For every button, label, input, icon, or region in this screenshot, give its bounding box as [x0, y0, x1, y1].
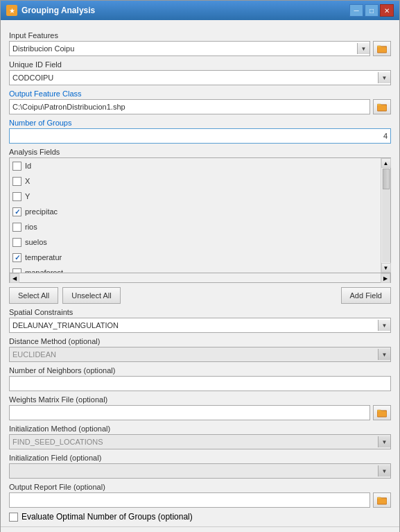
init-field-label: Initialization Field (optional): [9, 454, 391, 462]
input-features-arrow[interactable]: ▼: [357, 43, 369, 54]
weights-matrix-row: [9, 405, 391, 420]
titlebar-buttons: ─ □ ✕: [349, 4, 394, 17]
output-feature-label: Output Feature Class: [9, 89, 391, 98]
unique-id-label: Unique ID Field: [9, 60, 391, 69]
list-item: Y: [10, 189, 381, 204]
unique-id-value: CODCOIPU: [12, 74, 378, 82]
list-item: temperatur: [10, 250, 381, 265]
h-scroll-area[interactable]: ◀ ▶: [9, 273, 391, 283]
field-checkbox[interactable]: [12, 207, 21, 216]
spatial-constraints-combo[interactable]: DELAUNAY_TRIANGULATION ▼: [9, 318, 391, 333]
select-all-button[interactable]: Select All: [9, 287, 58, 304]
weights-matrix-label: Weights Matrix File (optional): [9, 395, 391, 404]
close-button[interactable]: ✕: [380, 4, 394, 17]
folder-icon-3: [377, 408, 387, 418]
h-scroll-track: [19, 273, 381, 282]
scroll-track: [382, 169, 390, 262]
init-field-arrow[interactable]: ▼: [378, 465, 390, 477]
distance-method-arrow[interactable]: ▼: [378, 349, 390, 360]
field-checkbox[interactable]: [12, 238, 21, 247]
field-name-label: suelos: [25, 238, 47, 246]
output-report-input[interactable]: [9, 492, 370, 508]
output-report-browse[interactable]: [373, 492, 391, 508]
unique-id-combo[interactable]: CODCOIPU ▼: [9, 70, 391, 85]
field-name-label: temperatur: [25, 253, 62, 261]
evaluate-label: Evaluate Optimal Number of Groups (optio…: [21, 512, 193, 522]
init-method-combo[interactable]: FIND_SEED_LOCATIONS ▼: [9, 434, 391, 449]
init-method-value: FIND_SEED_LOCATIONS: [12, 438, 378, 446]
field-checkbox[interactable]: [12, 223, 21, 232]
main-window: ★ Grouping Analysis ─ □ ✕ Input Features…: [0, 0, 400, 532]
output-feature-input[interactable]: C:\Coipu\PatronDistribucion1.shp: [9, 99, 370, 114]
field-name-label: rios: [25, 223, 37, 231]
output-feature-browse[interactable]: [373, 99, 391, 114]
svg-rect-0: [377, 46, 387, 53]
scroll-down-btn[interactable]: ▼: [381, 263, 391, 273]
svg-rect-2: [377, 411, 387, 417]
init-method-label: Initialization Method (optional): [9, 424, 391, 433]
distance-method-label: Distance Method (optional): [9, 337, 391, 345]
field-checkbox[interactable]: [12, 268, 21, 273]
output-feature-row: C:\Coipu\PatronDistribucion1.shp: [9, 99, 391, 114]
scroll-thumb[interactable]: [383, 169, 390, 189]
field-name-label: X: [25, 177, 30, 185]
output-report-label: Output Report File (optional): [9, 483, 391, 491]
titlebar: ★ Grouping Analysis ─ □ ✕: [1, 1, 399, 20]
folder-icon-4: [377, 495, 387, 505]
unique-id-arrow[interactable]: ▼: [378, 72, 390, 83]
fields-container: IdXYprecipitacriossuelostemperaturmapafo…: [9, 157, 391, 273]
analysis-fields-label: Analysis Fields: [9, 148, 391, 156]
maximize-button[interactable]: □: [365, 4, 379, 17]
init-method-arrow[interactable]: ▼: [378, 436, 390, 447]
h-scroll-left[interactable]: ◀: [10, 273, 19, 283]
spatial-constraints-arrow[interactable]: ▼: [378, 320, 390, 331]
distance-method-value: EUCLIDEAN: [12, 350, 378, 359]
list-item: mapaforest: [10, 265, 381, 273]
list-item: precipitac: [10, 204, 381, 219]
h-scroll-right[interactable]: ▶: [381, 273, 390, 283]
form-content: Input Features Distribucion Coipu ▼ Uniq…: [1, 20, 399, 526]
window-icon: ★: [6, 5, 17, 16]
input-features-label: Input Features: [9, 31, 391, 40]
fields-button-row: Select All Unselect All Add Field: [9, 287, 391, 304]
svg-rect-3: [377, 498, 387, 504]
list-item: suelos: [10, 234, 381, 250]
input-features-combo[interactable]: Distribucion Coipu ▼: [9, 41, 370, 56]
weights-matrix-input[interactable]: [9, 405, 370, 420]
minimize-button[interactable]: ─: [349, 4, 363, 17]
spatial-constraints-value: DELAUNAY_TRIANGULATION: [12, 321, 378, 329]
distance-method-combo[interactable]: EUCLIDEAN ▼: [9, 347, 391, 362]
fields-list: IdXYprecipitacriossuelostemperaturmapafo…: [10, 158, 381, 273]
num-neighbors-label: Number of Neighbors (optional): [9, 366, 391, 375]
list-item: X: [10, 173, 381, 189]
titlebar-left: ★ Grouping Analysis: [6, 5, 95, 16]
input-features-row: Distribucion Coipu ▼: [9, 41, 391, 56]
add-field-button[interactable]: Add Field: [341, 287, 391, 304]
field-name-label: precipitac: [25, 207, 58, 216]
field-checkbox[interactable]: [12, 192, 21, 201]
field-name-label: mapaforest: [25, 268, 63, 273]
init-field-combo[interactable]: ▼: [9, 463, 391, 479]
input-features-value: Distribucion Coipu: [12, 44, 357, 53]
field-name-label: Y: [25, 192, 30, 200]
num-groups-input[interactable]: 4: [9, 128, 391, 144]
fields-scrollbar[interactable]: ▲ ▼: [381, 158, 390, 273]
list-item: Id: [10, 158, 381, 173]
list-item: rios: [10, 219, 381, 234]
num-neighbors-input[interactable]: [9, 376, 391, 391]
field-checkbox[interactable]: [12, 162, 21, 171]
num-groups-label: Number of Groups: [9, 119, 391, 127]
folder-icon: [377, 44, 387, 53]
evaluate-checkbox[interactable]: [9, 513, 18, 522]
evaluate-checkbox-row: Evaluate Optimal Number of Groups (optio…: [9, 512, 391, 522]
unselect-all-button[interactable]: Unselect All: [62, 287, 120, 304]
field-name-label: Id: [25, 162, 31, 170]
field-checkbox[interactable]: [12, 177, 21, 186]
weights-matrix-browse[interactable]: [373, 405, 391, 420]
input-features-browse[interactable]: [373, 41, 391, 56]
folder-icon-2: [377, 102, 387, 112]
field-checkbox[interactable]: [12, 253, 21, 262]
spatial-constraints-label: Spatial Constraints: [9, 308, 391, 316]
scroll-up-btn[interactable]: ▲: [381, 158, 391, 168]
output-report-row: [9, 492, 391, 508]
